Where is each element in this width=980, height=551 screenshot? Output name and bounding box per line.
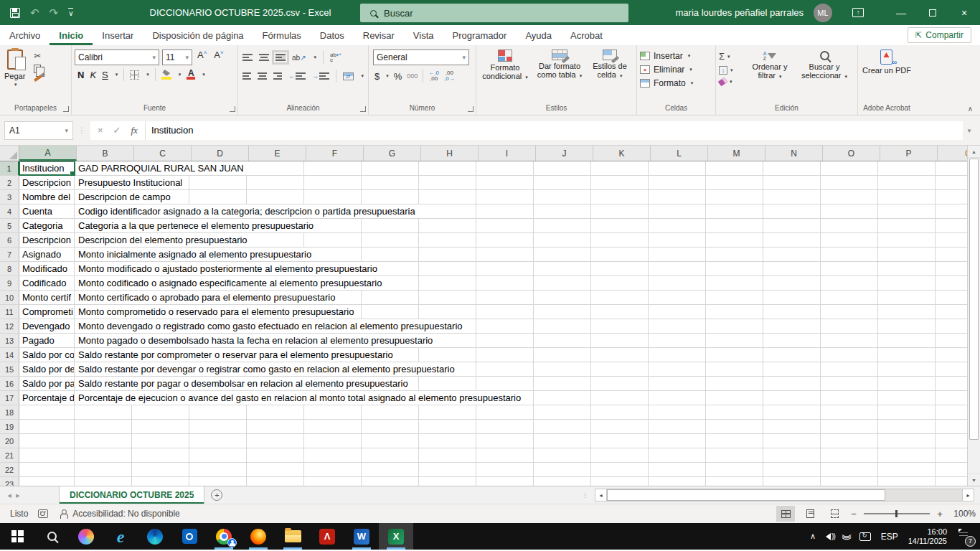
sheet-next-icon[interactable]: ▸	[9, 486, 27, 504]
cell-column-b[interactable]	[75, 477, 967, 486]
cell-column-a[interactable]: Descripcion	[19, 233, 75, 247]
cell-column-b[interactable]	[75, 463, 967, 476]
cell-column-a[interactable]: Cuenta	[19, 204, 75, 218]
chevron-down-icon[interactable]: ▾	[65, 127, 68, 134]
grow-font-button[interactable]: A˄	[195, 50, 209, 65]
row-header[interactable]: 19	[0, 420, 19, 433]
cell-column-a[interactable]: Categoria	[19, 219, 75, 232]
wifi-icon[interactable]: )))	[842, 534, 852, 539]
format-cells-button[interactable]: Formato▾	[640, 78, 693, 88]
borders-icon[interactable]	[130, 70, 139, 80]
find-select-button[interactable]: Buscar y seleccionar ▾	[796, 48, 852, 85]
row-header[interactable]: 2	[0, 176, 19, 189]
zoom-in-button[interactable]: +	[936, 509, 944, 519]
align-right-icon[interactable]	[273, 72, 282, 80]
row-header[interactable]: 7	[0, 248, 19, 261]
cell-column-b[interactable]	[75, 434, 967, 448]
excel-button[interactable]: X	[379, 523, 413, 550]
column-header[interactable]: O	[823, 146, 880, 161]
column-header[interactable]: M	[708, 146, 765, 161]
horizontal-scroll-thumb[interactable]	[607, 489, 885, 501]
column-header[interactable]: A	[19, 146, 77, 161]
chevron-down-icon[interactable]: ▾	[202, 72, 205, 77]
font-size-select[interactable]: 11▾	[162, 50, 192, 65]
minimize-button[interactable]: —	[885, 0, 917, 25]
row-header[interactable]: 20	[0, 434, 19, 448]
file-explorer-button[interactable]	[275, 523, 310, 550]
cell-column-a[interactable]: Asignado	[19, 248, 75, 261]
paste-button[interactable]: Pegar▾	[1, 47, 28, 92]
search-input[interactable]: Buscar	[360, 4, 628, 22]
cell-column-b[interactable]: Descripcion del elemento presupuestario	[75, 233, 967, 247]
cell-column-a[interactable]: Monto certif	[19, 291, 75, 304]
cell-column-b[interactable]	[75, 420, 967, 433]
column-header[interactable]: G	[364, 146, 421, 161]
align-top-icon[interactable]	[242, 54, 253, 61]
collapse-ribbon-icon[interactable]: ∧	[968, 105, 973, 113]
cell-column-b[interactable]: Monto modificado o ajustado posteriormen…	[75, 262, 967, 276]
number-format-select[interactable]: General▾	[373, 50, 469, 65]
scroll-down-icon[interactable]: ▼	[968, 474, 980, 486]
row-header[interactable]: 14	[0, 348, 19, 362]
fill-button[interactable]: ↓▾	[719, 66, 743, 75]
cell-column-a[interactable]	[19, 420, 75, 433]
edge-button[interactable]	[138, 523, 172, 550]
copy-icon[interactable]	[34, 65, 41, 73]
cell-column-b[interactable]: Monto comprometido o reservado para el e…	[75, 305, 967, 319]
scroll-up-icon[interactable]: ▲	[968, 146, 980, 158]
format-as-table-button[interactable]: Dar formato como tabla ▾	[532, 47, 587, 83]
zoom-slider[interactable]	[864, 513, 930, 514]
row-header[interactable]: 12	[0, 319, 19, 333]
restore-button[interactable]	[917, 0, 948, 25]
cell-column-a[interactable]: Modificado	[19, 262, 75, 276]
ribbon-display-options-icon[interactable]: ↑	[852, 8, 864, 17]
expand-formula-bar-icon[interactable]: ▾	[963, 127, 976, 134]
cell-column-b[interactable]: Saldo restante por comprometer o reserva…	[75, 348, 967, 362]
ribbon-tab[interactable]: Ayuda	[516, 25, 561, 45]
start-button[interactable]	[0, 523, 34, 550]
cell-column-a[interactable]	[19, 405, 75, 419]
dialog-launcher-icon[interactable]	[468, 106, 473, 112]
cell-column-a[interactable]	[19, 434, 75, 448]
chevron-down-icon[interactable]: ▾	[146, 72, 149, 77]
cell-styles-button[interactable]: Estilos de celda ▾	[587, 47, 633, 83]
ribbon-tab[interactable]: Fórmulas	[253, 25, 311, 45]
row-header[interactable]: 1	[0, 161, 19, 175]
outlook-button[interactable]	[172, 523, 207, 550]
cell-column-b[interactable]: Monto certificado o aprobado para el ele…	[75, 291, 967, 304]
enter-icon[interactable]: ✓	[113, 125, 121, 136]
word-button[interactable]: W	[344, 523, 379, 550]
customize-qat-icon[interactable]: ∨	[68, 8, 73, 17]
insert-cells-button[interactable]: Insertar▾	[640, 51, 693, 61]
ribbon-tab[interactable]: Archivo	[0, 25, 50, 45]
ribbon-tab[interactable]: Disposición de página	[143, 25, 253, 45]
chevron-down-icon[interactable]: ▾	[116, 72, 118, 77]
page-layout-view-button[interactable]	[801, 506, 819, 522]
column-header[interactable]: N	[765, 146, 823, 161]
orientation-icon[interactable]: ab↗	[292, 54, 306, 62]
format-painter-icon[interactable]	[34, 75, 42, 82]
cell-column-b[interactable]	[75, 448, 967, 462]
autosum-button[interactable]: Σ▾	[719, 51, 743, 62]
new-sheet-button[interactable]: +	[204, 486, 229, 504]
save-icon[interactable]	[10, 8, 20, 18]
comma-style-icon[interactable]: 000	[407, 72, 418, 80]
chevron-down-icon[interactable]: ▾	[314, 55, 317, 60]
row-header[interactable]: 23	[0, 477, 19, 486]
close-button[interactable]: ×	[948, 0, 980, 25]
ribbon-tab[interactable]: Inicio	[50, 25, 93, 45]
firefox-button[interactable]	[241, 523, 275, 550]
cell-column-a[interactable]	[19, 448, 75, 462]
cell-column-a[interactable]: Porcentaje d	[19, 391, 75, 405]
row-header[interactable]: 22	[0, 463, 19, 476]
splitter-handle[interactable]: ⋮	[582, 491, 589, 499]
vertical-scrollbar[interactable]: ▲ ▼	[967, 146, 980, 486]
normal-view-button[interactable]	[776, 506, 795, 522]
delete-cells-button[interactable]: ×Eliminar▾	[640, 65, 693, 75]
zoom-out-button[interactable]: −	[849, 509, 858, 519]
cell-column-b[interactable]: Descripcion de campo	[75, 190, 967, 204]
select-all-corner[interactable]	[0, 146, 19, 161]
scroll-right-icon[interactable]: ▸	[962, 489, 974, 501]
notification-center-button[interactable]: 7	[957, 529, 973, 544]
chevron-down-icon[interactable]: ▾	[362, 73, 364, 79]
